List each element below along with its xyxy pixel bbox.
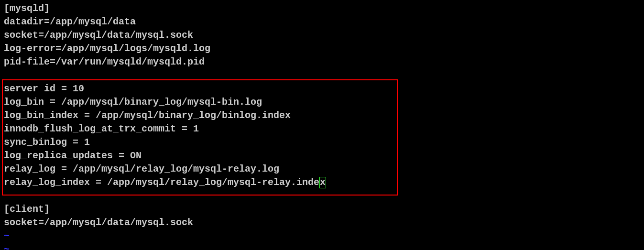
config-line: log_bin = /app/mysql/binary_log/mysql-bi… — [4, 96, 640, 109]
empty-line — [4, 69, 640, 82]
config-line: log_replica_updates = ON — [4, 149, 640, 163]
config-line: log_bin_index = /app/mysql/binary_log/bi… — [4, 109, 640, 122]
config-line: pid-file=/var/run/mysqld/mysqld.pid — [4, 55, 640, 69]
config-line: server_id = 10 — [4, 82, 640, 96]
empty-line — [4, 189, 640, 203]
config-line: log-error=/app/mysql/logs/mysqld.log — [4, 42, 640, 55]
cursor: x — [319, 177, 326, 188]
config-line: socket=/app/mysql/data/mysql.sock — [4, 29, 640, 42]
config-line: innodb_flush_log_at_trx_commit = 1 — [4, 122, 640, 136]
config-line: socket=/app/mysql/data/mysql.sock — [4, 216, 640, 229]
terminal-editor[interactable]: [mysqld] datadir=/app/mysql/data socket=… — [4, 2, 640, 250]
vim-tilde: ~ — [4, 229, 640, 243]
text-before-cursor: relay_log_index = /app/mysql/relay_log/m… — [4, 177, 319, 188]
config-line: datadir=/app/mysql/data — [4, 15, 640, 29]
config-line: [client] — [4, 203, 640, 216]
config-line-with-cursor: relay_log_index = /app/mysql/relay_log/m… — [4, 176, 640, 189]
config-line: relay_log = /app/mysql/relay_log/mysql-r… — [4, 163, 640, 176]
config-line: [mysqld] — [4, 2, 640, 15]
vim-tilde: ~ — [4, 243, 640, 250]
config-line: sync_binlog = 1 — [4, 136, 640, 149]
